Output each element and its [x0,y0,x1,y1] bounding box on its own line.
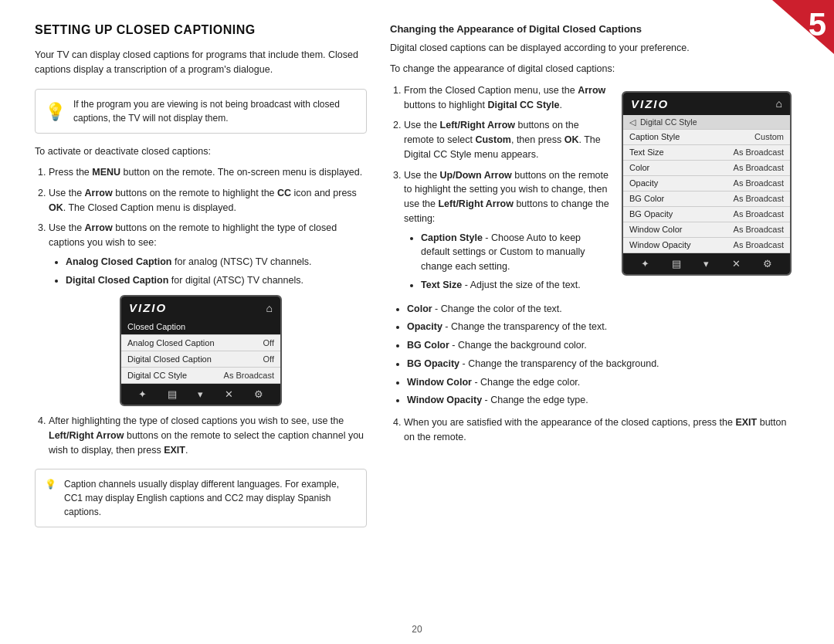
caption-style-bullet: Caption Style - Choose Auto to keep defa… [421,231,609,274]
activate-text: To activate or deactivate closed caption… [35,144,367,159]
tv-menu-row-digital: Digital Closed Caption Off [121,351,280,368]
tv-menu-right-nav: ✦ ▤ ▾ ✕ ⚙ [623,253,790,274]
page-badge-number: 5 [809,6,826,43]
right-steps-list: From the Closed Caption menu, use the Ar… [390,83,609,293]
tv-menu-row-cc: Closed Caption [121,319,280,335]
right-remaining-bullets: Color - Change the color of the text. Op… [390,302,792,408]
bg-color-bullet: BG Color - Change the background color. [407,338,792,353]
nav-menu-icon: ▤ [168,388,177,400]
tv-menu-left: VIZIO ⌂ Closed Caption Analog Closed Cap… [120,295,282,406]
bottom-note-text: Caption channels usually display differe… [64,477,357,519]
tv-menu-right-subheader: ◁ Digital CC Style [623,115,790,130]
nav-x-icon-r: ✕ [732,258,741,269]
tv-menu-right-bg-color: BG Color As Broadcast [623,192,790,207]
left-step-2: Use the Arrow buttons on the remote to h… [49,186,367,215]
bg-opacity-bullet: BG Opacity - Change the transparency of … [407,357,792,371]
bulb-icon-bottom: 💡 [45,477,56,491]
tv-menu-left-nav: ✦ ▤ ▾ ✕ ⚙ [121,384,280,405]
right-to-change: To change the appearance of digital clos… [390,62,792,76]
nav-down-icon: ▾ [198,388,203,400]
right-intro: Digital closed captions can be displayed… [390,41,792,56]
nav-star-icon-r: ✦ [641,258,649,269]
intro-text: Your TV can display closed captions for … [35,48,367,78]
left-step-4-list: After highlighting the type of closed ca… [35,414,367,457]
right-step-4: When you are satisfied with the appearan… [404,415,792,445]
digital-caption-bullet: Digital Closed Caption for digital (ATSC… [66,273,367,288]
digital-cc-style-label: Digital CC Style [640,117,697,127]
window-opacity-bullet: Window Opacity - Change the edge type. [407,393,792,408]
nav-down-icon-r: ▾ [703,258,709,269]
left-step-3-bullets: Analog Closed Caption for analog (NTSC) … [49,255,367,288]
home-icon-left: ⌂ [266,302,273,314]
left-step-3: Use the Arrow buttons on the remote to h… [49,221,367,287]
nav-menu-icon-r: ▤ [672,258,681,269]
left-step-1: Press the MENU button on the remote. The… [49,165,367,180]
opacity-bullet: Opacity - Change the transparency of the… [407,320,792,334]
nav-x-icon: ✕ [225,388,233,400]
analog-caption-bullet: Analog Closed Caption for analog (NTSC) … [66,255,367,269]
tv-menu-right: VIZIO ⌂ ◁ Digital CC Style Caption Style… [622,91,792,276]
vizio-logo-right: VIZIO [631,97,669,110]
menu-bold: MENU [92,167,120,178]
bottom-note-box: 💡 Caption channels usually display diffe… [35,469,367,527]
tv-menu-row-style: Digital CC Style As Broadcast [121,368,280,384]
right-step-3-bullets: Caption Style - Choose Auto to keep defa… [404,231,609,293]
left-step-4: After highlighting the type of closed ca… [49,414,367,457]
tv-menu-right-opacity: Opacity As Broadcast [623,176,790,192]
left-column: SETTING UP CLOSED CAPTIONING Your TV can… [35,23,367,629]
info-box: 💡 If the program you are viewing is not … [35,89,367,134]
tv-menu-row-analog: Analog Closed Caption Off [121,335,280,351]
back-arrow-icon: ◁ [629,117,636,127]
right-step-1: From the Closed Caption menu, use the Ar… [404,83,609,113]
nav-gear-icon: ⚙ [254,388,263,400]
window-color-bullet: Window Color - Change the edge color. [407,375,792,390]
section-title: SETTING UP CLOSED CAPTIONING [35,23,367,37]
text-size-bullet: Text Size - Adjust the size of the text. [421,278,609,293]
tv-menu-right-color: Color As Broadcast [623,161,790,176]
tv-menu-right-bg-opacity: BG Opacity As Broadcast [623,207,790,222]
page-number: 20 [412,624,422,635]
right-step-2: Use the Left/Right Arrow buttons on the … [404,118,609,161]
nav-gear-icon-r: ⚙ [763,258,772,269]
tv-menu-right-window-color: Window Color As Broadcast [623,222,790,238]
color-bullet: Color - Change the color of the text. [407,302,792,317]
info-note-text: If the program you are viewing is not be… [73,97,357,125]
tv-menu-right-window-opacity: Window Opacity As Broadcast [623,238,790,253]
tv-menu-right-caption-style: Caption Style Custom [623,130,790,145]
right-section-title: Changing the Appearance of Digital Close… [390,23,792,35]
tv-menu-left-header: VIZIO ⌂ [121,297,280,319]
tv-menu-right-header: VIZIO ⌂ [623,93,790,115]
left-steps-list: Press the MENU button on the remote. The… [35,165,367,287]
right-column: Changing the Appearance of Digital Close… [390,23,799,629]
bulb-icon: 💡 [45,99,66,124]
vizio-logo-left: VIZIO [129,301,167,314]
home-icon-right: ⌂ [776,97,782,110]
tv-menu-right-text-size: Text Size As Broadcast [623,145,790,161]
right-step-4-list: When you are satisfied with the appearan… [390,415,792,445]
nav-star-icon: ✦ [138,388,147,400]
right-step-3: Use the Up/Down Arrow buttons on the rem… [404,168,609,293]
